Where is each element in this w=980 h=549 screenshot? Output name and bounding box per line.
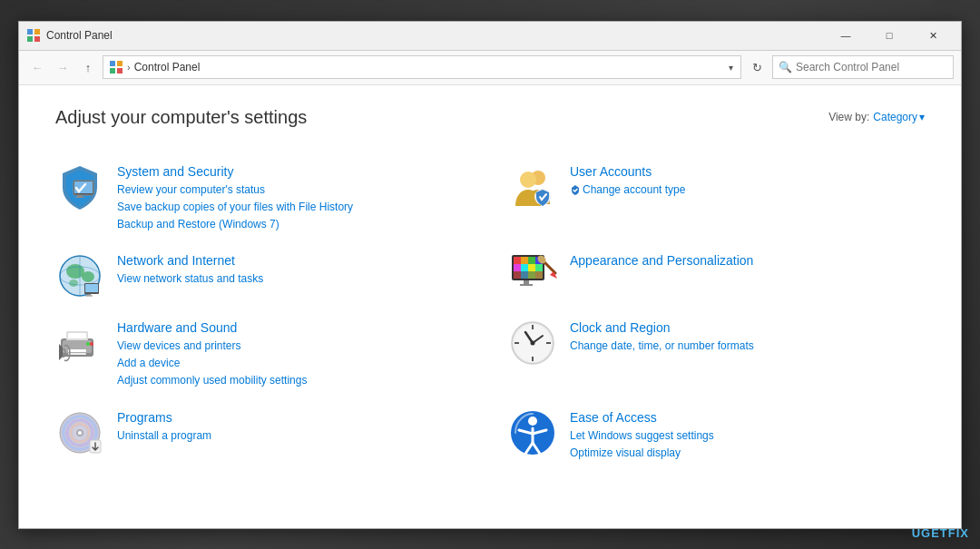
svg-point-50 [86, 342, 90, 346]
programs-title[interactable]: Programs [117, 410, 472, 425]
content-header: Adjust your computer's settings View by:… [55, 107, 925, 128]
watermark-text2: FIX [948, 526, 969, 540]
svg-rect-37 [521, 271, 528, 279]
system-security-text: System and Security Review your computer… [117, 162, 472, 234]
categories-grid: System and Security Review your computer… [55, 153, 925, 472]
clock-region-title[interactable]: Clock and Region [570, 320, 925, 335]
page-title: Adjust your computer's settings [55, 107, 307, 128]
ease-access-link-1[interactable]: Let Windows suggest settings [570, 427, 925, 445]
titlebar: Control Panel — □ ✕ [19, 22, 961, 51]
svg-rect-6 [110, 68, 115, 74]
svg-rect-30 [528, 257, 535, 264]
hardware-sound-link-2[interactable]: Add a device [117, 355, 472, 372]
viewby-dropdown[interactable]: Category ▾ [873, 111, 925, 123]
category-ease-access: Ease of Access Let Windows suggest setti… [508, 399, 925, 471]
appearance-title[interactable]: Appearance and Personalization [570, 253, 925, 268]
window-title: Control Panel [46, 29, 825, 42]
hardware-sound-icon [55, 319, 104, 368]
svg-rect-7 [117, 68, 122, 74]
svg-rect-34 [528, 264, 535, 271]
svg-rect-40 [524, 280, 529, 284]
user-accounts-text: User Accounts Change account type [570, 162, 925, 199]
svg-rect-0 [27, 29, 33, 34]
system-security-link-3[interactable]: Backup and Restore (Windows 7) [117, 216, 472, 233]
svg-rect-3 [34, 36, 40, 42]
svg-point-72 [528, 417, 537, 426]
system-security-link-1[interactable]: Review your computer's status [117, 181, 472, 199]
svg-point-69 [78, 431, 82, 435]
category-hardware-sound: Hardware and Sound View devices and prin… [55, 309, 472, 399]
svg-rect-36 [514, 271, 521, 279]
main-content: Adjust your computer's settings View by:… [19, 85, 961, 528]
svg-rect-49 [68, 353, 86, 355]
window-icon [26, 28, 41, 43]
network-internet-link-1[interactable]: View network status and tasks [117, 270, 472, 288]
category-clock-region: Clock and Region Change date, time, or n… [508, 309, 925, 399]
svg-rect-35 [535, 264, 543, 271]
svg-point-51 [90, 342, 93, 346]
back-button[interactable]: ← [26, 56, 48, 78]
hardware-sound-link-3[interactable]: Adjust commonly used mobility settings [117, 372, 472, 389]
svg-rect-41 [520, 284, 533, 286]
network-internet-icon [55, 251, 104, 300]
svg-rect-5 [117, 61, 122, 66]
svg-rect-29 [521, 257, 528, 264]
user-accounts-title[interactable]: User Accounts [570, 164, 925, 179]
user-accounts-link-1[interactable]: Change account type [570, 181, 925, 199]
ease-access-link-2[interactable]: Optimize visual display [570, 445, 925, 462]
svg-rect-24 [87, 294, 91, 296]
address-dropdown-arrow[interactable]: ▾ [727, 63, 735, 73]
clock-region-icon [508, 319, 557, 368]
svg-point-17 [66, 264, 84, 279]
appearance-text: Appearance and Personalization [570, 251, 925, 270]
window-controls: — □ ✕ [825, 22, 954, 49]
search-box[interactable]: 🔍 [772, 55, 954, 79]
network-internet-text: Network and Internet View network status… [117, 251, 472, 288]
maximize-button[interactable]: □ [868, 22, 910, 49]
category-network-internet: Network and Internet View network status… [55, 242, 472, 309]
breadcrumb-text: Control Panel [134, 61, 723, 74]
svg-point-18 [82, 271, 94, 282]
ease-access-icon [508, 408, 557, 457]
watermark-text1: UGET [912, 526, 948, 540]
hardware-sound-link-1[interactable]: View devices and printers [117, 338, 472, 355]
clock-region-text: Clock and Region Change date, time, or n… [570, 319, 925, 355]
svg-rect-47 [68, 333, 86, 338]
address-box[interactable]: › Control Panel ▾ [103, 55, 741, 79]
svg-rect-39 [535, 271, 543, 279]
viewby-label: View by: [828, 111, 869, 123]
svg-point-61 [531, 341, 535, 346]
close-button[interactable]: ✕ [912, 22, 954, 49]
refresh-button[interactable]: ↻ [745, 55, 769, 79]
forward-button[interactable]: → [52, 56, 74, 78]
ease-access-title[interactable]: Ease of Access [570, 410, 925, 425]
hardware-sound-title[interactable]: Hardware and Sound [117, 320, 472, 335]
control-panel-window: Control Panel — □ ✕ ← → ↑ › Control Pane… [18, 21, 962, 529]
svg-rect-2 [27, 36, 33, 42]
clock-region-link-1[interactable]: Change date, time, or number formats [570, 338, 925, 355]
network-internet-title[interactable]: Network and Internet [117, 253, 472, 268]
svg-rect-1 [34, 29, 40, 34]
address-icon [109, 60, 123, 74]
watermark: UGETFIX [912, 526, 969, 540]
programs-text: Programs Uninstall a program [117, 408, 472, 445]
ease-access-text: Ease of Access Let Windows suggest setti… [570, 408, 925, 462]
category-appearance: Appearance and Personalization [508, 242, 925, 309]
system-security-title[interactable]: System and Security [117, 164, 472, 179]
programs-link-1[interactable]: Uninstall a program [117, 427, 472, 445]
svg-rect-4 [110, 61, 115, 66]
svg-point-19 [69, 279, 78, 287]
user-accounts-icon [508, 162, 557, 211]
svg-rect-25 [85, 296, 93, 297]
category-user-accounts: User Accounts Change account type [508, 153, 925, 243]
viewby-control: View by: Category ▾ [828, 111, 925, 123]
svg-rect-23 [85, 284, 98, 292]
search-input[interactable] [796, 61, 947, 74]
up-button[interactable]: ↑ [77, 56, 99, 78]
category-programs: Programs Uninstall a program [55, 399, 472, 471]
minimize-button[interactable]: — [825, 22, 867, 49]
programs-icon [55, 408, 104, 457]
system-security-link-2[interactable]: Save backup copies of your files with Fi… [117, 199, 472, 216]
svg-rect-48 [68, 349, 86, 352]
svg-rect-28 [514, 257, 521, 264]
